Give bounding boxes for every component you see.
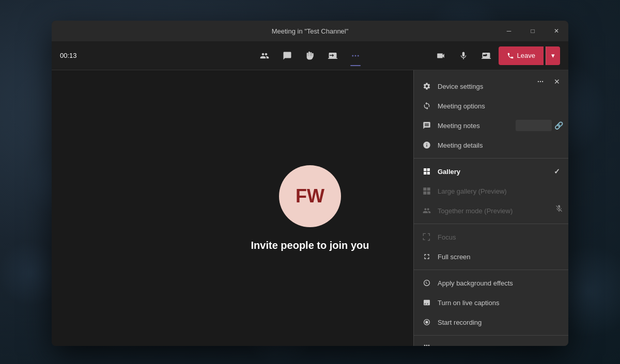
menu-item-apply-bg[interactable]: Apply background effects [414, 273, 568, 293]
menu-item-gallery[interactable]: Gallery ✓ [414, 162, 568, 181]
svg-point-0 [352, 55, 353, 56]
large-gallery-label: Large gallery (Preview) [438, 187, 507, 195]
raise-hand-button[interactable] [300, 45, 320, 66]
toolbar-right: Leave ▾ [430, 45, 560, 66]
share-icon [328, 51, 337, 60]
live-captions-label: Turn on live captions [438, 299, 499, 307]
divider-2 [414, 224, 568, 224]
menu-item-meeting-options[interactable]: Meeting options [414, 96, 568, 116]
toolbar-center [254, 45, 366, 66]
app-window: Meeting in "Test Channel" ─ □ ✕ 00:13 [52, 21, 568, 346]
phone-leave-icon [507, 52, 514, 59]
gallery-icon [422, 167, 431, 176]
svg-point-4 [540, 81, 541, 82]
panel-close-button[interactable]: ✕ [550, 74, 564, 89]
menu-item-together-mode: Together mode (Preview) [414, 201, 568, 220]
large-gallery-icon [422, 186, 431, 196]
leave-label: Leave [517, 52, 535, 59]
bg-effects-icon [422, 278, 431, 288]
avatar: FW [279, 165, 341, 227]
video-button[interactable] [430, 45, 451, 66]
minimize-button[interactable]: ─ [497, 21, 521, 41]
meeting-details-label: Meeting details [438, 141, 483, 149]
menu-item-live-captions[interactable]: Turn on live captions [414, 293, 568, 312]
panel-more-button[interactable] [533, 74, 548, 89]
menu-item-large-gallery: Large gallery (Preview) [414, 181, 568, 201]
chat-button[interactable] [277, 45, 298, 66]
share-to-stage-button[interactable] [476, 45, 497, 66]
hand-icon [305, 51, 315, 60]
together-mode-label: Together mode (Preview) [438, 207, 513, 215]
meeting-options-label: Meeting options [438, 102, 485, 110]
divider-3 [414, 270, 568, 270]
dial-pad-label: Dial pad [438, 345, 462, 346]
notes-input[interactable] [516, 120, 552, 131]
apply-bg-label: Apply background effects [438, 279, 513, 287]
ellipsis-icon [351, 51, 360, 60]
focus-icon [422, 232, 431, 242]
together-mode-icon [422, 206, 431, 215]
menu-item-dial-pad[interactable]: Dial pad [414, 339, 568, 346]
record-icon [422, 318, 431, 327]
menu-item-full-screen[interactable]: Full screen [414, 247, 568, 266]
close-button[interactable]: ✕ [545, 21, 568, 41]
focus-label: Focus [438, 233, 456, 241]
meeting-notes-label: Meeting notes [438, 122, 480, 130]
screen-share-icon [482, 51, 491, 60]
divider-4 [414, 335, 568, 336]
svg-point-3 [538, 81, 539, 82]
mute-button[interactable] [453, 45, 474, 66]
device-settings-label: Device settings [438, 83, 483, 90]
gallery-label: Gallery [438, 168, 460, 176]
fullscreen-icon [422, 252, 431, 261]
menu-item-meeting-notes[interactable]: Meeting notes 🔗 [414, 116, 568, 135]
more-options-button[interactable] [345, 45, 366, 66]
info-icon [422, 140, 431, 150]
people-button[interactable] [254, 45, 275, 66]
panel-header: ✕ [533, 74, 564, 89]
people-icon [260, 51, 269, 60]
window-controls: ─ □ ✕ [497, 21, 568, 41]
gear-icon [422, 82, 431, 91]
leave-button[interactable]: Leave [499, 46, 544, 65]
title-bar: Meeting in "Test Channel" ─ □ ✕ [52, 21, 568, 41]
main-content: FW Invite people to join you ✕ [52, 70, 568, 346]
svg-point-1 [355, 55, 357, 56]
captions-icon [422, 298, 431, 307]
window-title: Meeting in "Test Channel" [272, 27, 349, 35]
divider-1 [414, 158, 568, 159]
svg-point-7 [425, 321, 428, 323]
svg-point-5 [542, 81, 543, 82]
share-screen-button[interactable] [322, 45, 343, 66]
invite-text: Invite people to join you [251, 240, 369, 251]
meeting-timer: 00:13 [60, 52, 77, 59]
chat-icon [283, 51, 292, 60]
mic-icon [459, 51, 468, 60]
maximize-button[interactable]: □ [521, 21, 545, 41]
video-icon [436, 51, 445, 60]
context-menu-panel: ✕ Device settings [413, 70, 568, 346]
link-icon: 🔗 [554, 121, 563, 130]
dialpad-icon [422, 344, 431, 346]
menu-item-focus: Focus [414, 227, 568, 247]
full-screen-label: Full screen [438, 253, 471, 261]
toolbar: 00:13 [52, 41, 568, 70]
meeting-notes-icon [422, 121, 431, 130]
menu-item-meeting-details[interactable]: Meeting details [414, 135, 568, 155]
gallery-check: ✓ [554, 167, 560, 176]
leave-dropdown-button[interactable]: ▾ [546, 46, 560, 65]
panel-ellipsis-icon [537, 78, 544, 85]
desktop-background: Meeting in "Test Channel" ─ □ ✕ 00:13 [0, 0, 620, 364]
start-recording-label: Start recording [438, 319, 482, 326]
menu-item-start-recording[interactable]: Start recording [414, 312, 568, 332]
meeting-options-icon [422, 101, 431, 110]
svg-point-2 [358, 55, 359, 56]
